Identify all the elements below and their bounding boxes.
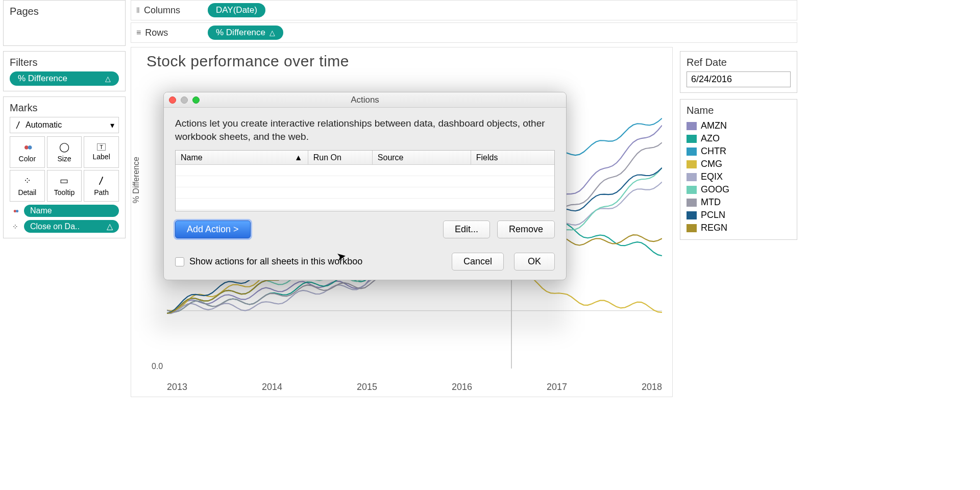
legend-title: Name [687,105,791,116]
actions-dialog: Actions Actions let you create interacti… [163,92,567,280]
ref-date-label: Ref Date [687,57,791,68]
legend-label: CMG [701,159,722,169]
legend-swatch [687,173,697,181]
legend-label: AZO [701,133,720,144]
detail-icon: ⁘ [23,175,31,186]
legend-item[interactable]: REGN [687,222,791,234]
legend-swatch [687,122,697,130]
ref-date-input[interactable] [687,71,791,87]
legend-swatch [687,186,697,194]
rows-pill-pct-difference[interactable]: % Difference△ [208,26,283,40]
close-window-icon[interactable] [169,96,176,104]
legend-item[interactable]: MTD [687,196,791,209]
x-axis-tick: 2018 [642,382,662,393]
mark-size-button[interactable]: ◯Size [47,136,82,168]
show-all-sheets-label: Show actions for all sheets in this work… [189,256,362,267]
mark-color-button[interactable]: ●●Color [10,136,45,168]
col-source[interactable]: Source [373,151,471,164]
pages-shelf[interactable]: Pages [3,0,126,46]
x-axis-tick: 2016 [452,382,472,393]
legend-swatch [687,160,697,168]
actions-table[interactable]: Name▲ Run On Source Fields [175,150,555,211]
cancel-button[interactable]: Cancel [452,253,504,271]
mark-tooltip-button[interactable]: ▭Tooltip [47,170,82,202]
legend-item[interactable]: AZO [687,132,791,145]
show-all-sheets-checkbox[interactable] [175,257,184,266]
columns-shelf[interactable]: ⦀Columns DAY(Date) [131,0,797,20]
legend-label: REGN [701,223,727,233]
y-axis-tick: 0.0 [152,362,163,371]
pages-title: Pages [10,6,119,17]
legend-label: MTD [701,197,721,208]
filters-shelf[interactable]: Filters % Difference△ [3,51,126,91]
columns-label: Columns [144,5,180,16]
mark-type-dropdown[interactable]: 〳Automatic ▾ [10,117,119,133]
table-calc-icon: △ [105,75,111,83]
color-icon: ●● [23,142,31,153]
edit-button[interactable]: Edit... [443,220,490,238]
x-axis-tick: 2013 [167,382,187,393]
col-name[interactable]: Name▲ [176,151,308,164]
rows-shelf[interactable]: ≡Rows % Difference△ [131,22,797,43]
ok-button[interactable]: OK [514,253,555,271]
legend-item[interactable]: EQIX [687,170,791,183]
legend-swatch [687,211,697,219]
legend-label: PCLN [701,210,725,220]
minimize-window-icon[interactable] [181,96,188,104]
path-icon: 〳 [97,176,106,186]
mark-pill-close-on-date[interactable]: Close on Da..△ [24,220,119,233]
dialog-description: Actions let you create interactive relat… [175,117,555,143]
legend-item[interactable]: PCLN [687,209,791,222]
label-icon: T [97,143,106,151]
x-axis-ticks: 201320142015201620172018 [167,382,662,393]
x-axis-tick: 2017 [547,382,567,393]
legend-item[interactable]: AMZN [687,119,791,132]
legend-item[interactable]: CHTR [687,145,791,158]
legend-label: GOOG [701,184,729,195]
viz-title[interactable]: Stock performance over time [146,53,662,70]
mark-pill-name[interactable]: Name [24,205,119,217]
x-axis-tick: 2015 [357,382,377,393]
legend-label: AMZN [701,120,727,131]
sort-asc-icon: ▲ [295,153,303,162]
mark-label-button[interactable]: TLabel [84,136,119,168]
size-icon: ◯ [59,141,69,153]
filters-title: Filters [10,57,119,68]
legend-label: EQIX [701,172,723,182]
marks-card: Marks 〳Automatic ▾ ●●Color ◯Size TLabel … [3,96,126,238]
table-calc-icon: △ [107,222,113,231]
rows-icon: ≡ [136,28,141,37]
x-axis-tick: 2014 [262,382,282,393]
legend-label: CHTR [701,146,726,157]
legend-swatch [687,148,697,156]
marks-title: Marks [10,102,119,114]
legend-item[interactable]: CMG [687,158,791,170]
col-fields[interactable]: Fields [471,151,554,164]
legend-swatch [687,224,697,232]
line-icon: 〳 [14,120,22,130]
legend-swatch [687,135,697,143]
mark-detail-button[interactable]: ⁘Detail [10,170,45,202]
table-row [176,165,554,176]
ref-date-card: Ref Date [680,51,797,93]
mark-path-button[interactable]: 〳Path [84,170,119,202]
dialog-titlebar[interactable]: Actions [164,92,566,108]
rows-label: Rows [145,28,168,38]
table-row [176,199,554,210]
color-icon: ●● [10,207,21,214]
filter-pill-pct-difference[interactable]: % Difference△ [10,71,119,86]
table-row [176,176,554,187]
color-legend[interactable]: Name AMZNAZOCHTRCMGEQIXGOOGMTDPCLNREGN [680,99,797,240]
remove-button[interactable]: Remove [497,220,555,238]
add-action-button[interactable]: Add Action > [175,220,251,238]
columns-pill-day-date[interactable]: DAY(Date) [208,3,265,17]
col-run-on[interactable]: Run On [308,151,373,164]
zoom-window-icon[interactable] [192,96,200,104]
legend-item[interactable]: GOOG [687,183,791,196]
chevron-down-icon: ▾ [110,120,114,130]
dialog-title: Actions [164,95,566,105]
table-row [176,187,554,199]
detail-icon: ⁘ [10,223,21,231]
table-calc-icon: △ [270,29,275,37]
y-axis-label: % Difference [132,157,141,203]
